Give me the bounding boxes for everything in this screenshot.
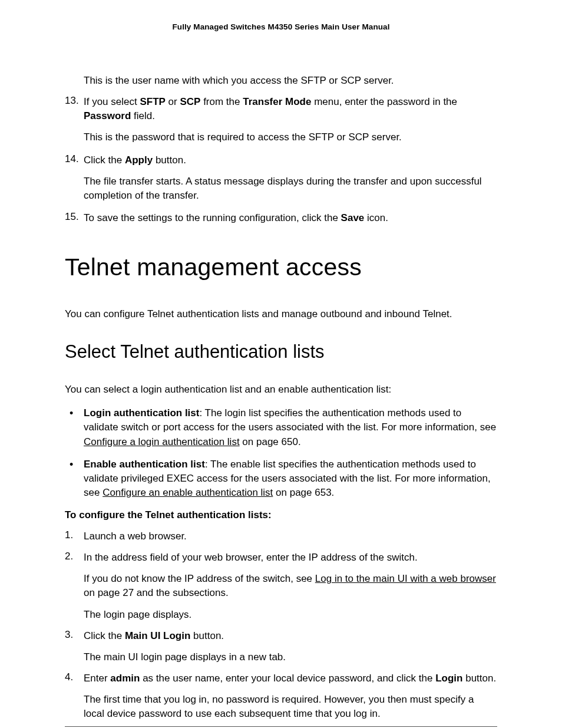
running-header: Fully Managed Switches M4350 Series Main…	[65, 22, 497, 31]
step-number: 2.	[65, 551, 84, 562]
procedure-step: 2. In the address field of your web brow…	[65, 551, 497, 622]
procedure-title: To configure the Telnet authentication l…	[65, 509, 497, 521]
bullet-list: Login authentication list: The login lis…	[65, 406, 497, 500]
list-number: 13.	[65, 95, 80, 107]
list-text: Click the Apply button.	[84, 153, 186, 167]
list-followup: The file transfer starts. A status messa…	[84, 174, 497, 203]
continuation-paragraph: This is the user name with which you acc…	[84, 74, 497, 88]
heading-level-1: Telnet management access	[65, 253, 497, 281]
paragraph: You can select a login authentication li…	[65, 383, 497, 397]
procedure-step: 1. Launch a web browser.	[65, 529, 497, 543]
bullet-item: Login authentication list: The login lis…	[65, 406, 497, 449]
procedure-list: 1. Launch a web browser. 2. In the addre…	[65, 529, 497, 728]
list-text: If you select SFTP or SCP from the Trans…	[84, 95, 497, 123]
step-number: 1.	[65, 529, 84, 541]
step-sub-paragraph: The login page displays.	[84, 608, 497, 622]
step-number: 4.	[65, 671, 84, 683]
list-number: 15.	[65, 211, 80, 223]
step-number: 3.	[65, 629, 84, 641]
numbered-list-continued: 13. If you select SFTP or SCP from the T…	[65, 95, 497, 225]
list-item: 13. If you select SFTP or SCP from the T…	[65, 95, 497, 144]
list-text: To save the settings to the running conf…	[84, 211, 388, 225]
step-sub-paragraph: The first time that you log in, no passw…	[84, 693, 497, 721]
list-item: 14. Click the Apply button. The file tra…	[65, 153, 497, 203]
procedure-step: 4. Enter admin as the user name, enter y…	[65, 671, 497, 728]
bullet-item: Enable authentication list: The enable l…	[65, 457, 497, 500]
paragraph: You can configure Telnet authentication …	[65, 307, 497, 321]
list-item: 15. To save the settings to the running …	[65, 211, 497, 225]
step-text: Click the Main UI Login button.	[84, 629, 224, 643]
step-text: In the address field of your web browser…	[84, 551, 418, 565]
step-text: Enter admin as the user name, enter your…	[84, 671, 496, 686]
step-text: Launch a web browser.	[84, 529, 187, 543]
step-sub-paragraph: The main UI login page displays in a new…	[84, 650, 497, 664]
list-number: 14.	[65, 153, 80, 165]
list-followup: This is the password that is required to…	[84, 130, 497, 144]
step-sub-paragraph: If you do not know the IP address of the…	[84, 572, 497, 600]
procedure-step: 3. Click the Main UI Login button. The m…	[65, 629, 497, 664]
document-page: Fully Managed Switches M4350 Series Main…	[0, 0, 562, 728]
heading-level-2: Select Telnet authentication lists	[65, 341, 497, 363]
